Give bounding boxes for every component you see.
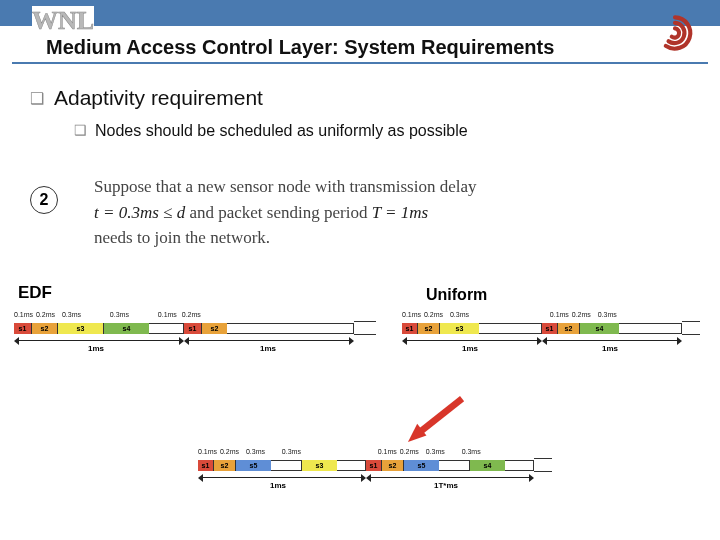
tick-label: 0.3ms: [450, 311, 490, 318]
scenario-number-badge: 2: [30, 186, 58, 214]
slot-s5: s5: [403, 460, 439, 471]
slot-s2: s2: [557, 323, 579, 334]
slot-s2: s2: [381, 460, 403, 471]
tick-label: 0.3ms: [598, 311, 638, 318]
span-label: 1ms: [260, 344, 276, 353]
slot-s4: s4: [103, 323, 149, 334]
red-arrow-icon: [404, 394, 470, 448]
bullet-uniform-schedule: ❑Nodes should be scheduled as uniformly …: [74, 122, 468, 140]
tick-label: 0.1ms: [198, 448, 218, 455]
span-label: 1ms: [462, 344, 478, 353]
slot-s2: s2: [201, 323, 227, 334]
slide-title: Medium Access Control Layer: System Requ…: [46, 36, 646, 59]
slot-s4: s4: [579, 323, 619, 334]
slot-s2: s2: [417, 323, 439, 334]
slot-s3: s3: [439, 323, 479, 334]
tick-label: 0.3ms: [62, 311, 108, 318]
scenario-line3: needs to join the network.: [94, 225, 476, 251]
tick-label: 0.3ms: [462, 448, 496, 455]
slot-s1: s1: [184, 323, 201, 334]
span-label: 1ms: [270, 481, 286, 490]
bullet-text: Nodes should be scheduled as uniformly a…: [95, 122, 468, 139]
tick-label: 0.2ms: [182, 311, 204, 318]
scenario-line1: Suppose that a new sensor node with tran…: [94, 174, 476, 200]
slot-s3: s3: [301, 460, 337, 471]
title-underline: [12, 62, 708, 64]
tick-label: 0.1ms: [14, 311, 34, 318]
slot-s2: s2: [31, 323, 57, 334]
scenario-text: Suppose that a new sensor node with tran…: [94, 174, 476, 251]
tick-label: 0.2ms: [424, 311, 448, 318]
edf-label: EDF: [18, 283, 52, 303]
tick-label: 0.3ms: [426, 448, 460, 455]
tick-label: 0.1ms: [402, 311, 422, 318]
tick-label: 0.1ms: [158, 311, 180, 318]
slot-s5: s5: [235, 460, 271, 471]
slot-s4: s4: [469, 460, 505, 471]
slot-s1: s1: [198, 460, 213, 471]
tick-label: 0.3ms: [282, 448, 316, 455]
uniform-label: Uniform: [426, 286, 487, 304]
bullet-text: Adaptivity requirement: [54, 86, 263, 109]
slot-s1: s1: [366, 460, 381, 471]
slot-s2: s2: [213, 460, 235, 471]
slot-s1: s1: [542, 323, 557, 334]
spiral-logo-icon: [652, 10, 698, 56]
tick-label: 0.2ms: [220, 448, 244, 455]
slot-s1: s1: [14, 323, 31, 334]
tick-label: 0.2ms: [400, 448, 424, 455]
tick-label: 0.1ms: [378, 448, 398, 455]
span-label: 1ms: [602, 344, 618, 353]
scenario-line2: t = 0.3ms ≤ d and packet sending period …: [94, 200, 476, 226]
tick-label: 0.3ms: [246, 448, 280, 455]
span-label: 1T*ms: [434, 481, 458, 490]
svg-line-0: [417, 399, 462, 435]
tick-label: 0.2ms: [572, 311, 596, 318]
tick-label: 0.2ms: [36, 311, 60, 318]
result-timeline: 0.1ms 0.2ms 0.3ms 0.3ms 0.1ms 0.2ms 0.3m…: [198, 448, 558, 484]
bullet-square-icon: ❑: [30, 90, 44, 107]
slot-s3: s3: [57, 323, 103, 334]
tick-label: 0.3ms: [110, 311, 156, 318]
edf-timeline: 0.1ms 0.2ms 0.3ms 0.3ms 0.1ms 0.2ms s1 s…: [14, 311, 374, 347]
slot-s1: s1: [402, 323, 417, 334]
tick-label: 0.1ms: [550, 311, 570, 318]
uniform-timeline: 0.1ms 0.2ms 0.3ms 0.1ms 0.2ms 0.3ms s1 s…: [402, 311, 702, 347]
bullet-square-icon: ❑: [74, 122, 87, 138]
bullet-adaptivity: ❑Adaptivity requirement: [30, 86, 263, 110]
span-label: 1ms: [88, 344, 104, 353]
top-bar: [0, 0, 720, 26]
wnl-logo-text: WNL: [32, 6, 94, 36]
